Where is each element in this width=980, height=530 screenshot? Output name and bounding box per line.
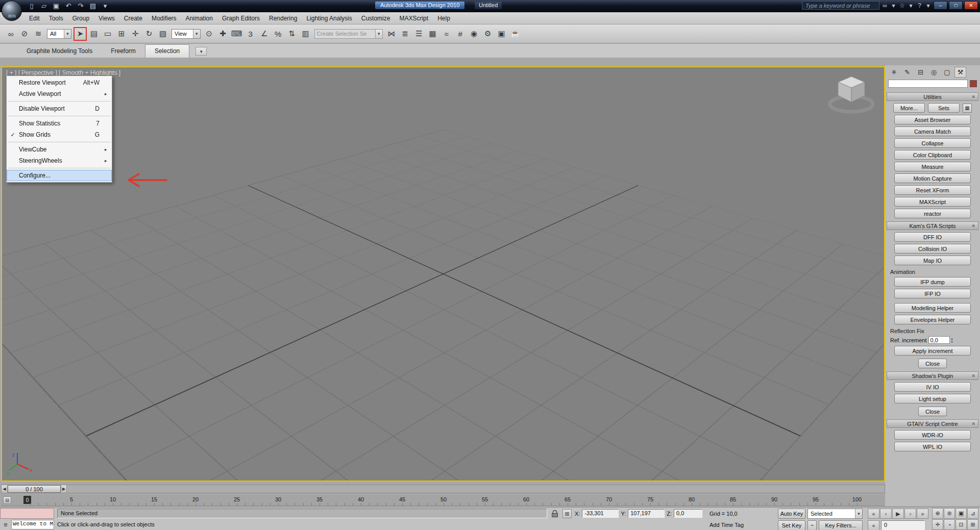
context-menu-item-configure[interactable]: Configure... (7, 170, 112, 181)
menu-item[interactable]: Rendering (264, 13, 302, 23)
context-menu-item-viewcube[interactable]: ViewCube▸ (7, 144, 112, 155)
macro-recorder-strip[interactable] (0, 508, 54, 519)
track-bar[interactable]: ⊟ 0 510152025303540455055606570758085909… (1, 495, 885, 506)
search-input[interactable] (802, 1, 879, 10)
set-key-button[interactable]: Set Key (778, 520, 805, 530)
redo-icon[interactable]: ↷ (76, 1, 86, 11)
go-to-end-button[interactable]: » (917, 509, 928, 519)
shadows-button[interactable]: IV IO (894, 382, 971, 392)
help-icon[interactable]: ? (916, 2, 923, 9)
context-menu-item-active-viewport[interactable]: Active Viewport▸ (7, 88, 112, 99)
material-editor-icon[interactable]: ◉ (468, 27, 481, 41)
context-menu-item-show-statistics[interactable]: Show Statistics7 (7, 118, 112, 129)
context-menu-item-show-grids[interactable]: ✓Show GridsG (7, 129, 112, 140)
keyboard-override-icon[interactable]: ⌨ (230, 27, 243, 41)
dropdown-arrow-icon[interactable]: ▾ (375, 30, 382, 38)
time-configuration-icon[interactable]: ⊟ (3, 496, 11, 504)
favorites-star-icon[interactable]: ☆ (898, 2, 906, 9)
gtaiv-button[interactable]: WPL IO (894, 442, 971, 451)
time-slider-button[interactable]: 0 / 100 (8, 485, 61, 493)
menu-item[interactable]: Animation (181, 13, 217, 23)
go-to-start-button[interactable]: « (868, 509, 879, 519)
use-pivot-center-icon[interactable]: ⊙ (203, 27, 216, 41)
menu-item[interactable]: Modifiers (147, 13, 181, 23)
absolute-mode-icon[interactable]: ⊞ (562, 509, 572, 518)
spinner-snap-icon[interactable]: ⇅ (285, 27, 299, 41)
utility-button[interactable]: Motion Capture (894, 173, 971, 183)
menu-item[interactable]: Edit (24, 13, 44, 23)
mirror-icon[interactable]: ⋈ (385, 27, 398, 41)
menu-item[interactable]: Graph Editors (217, 13, 264, 23)
open-file-icon[interactable]: ▱ (39, 1, 49, 11)
application-menu-button[interactable]: 3DS (2, 1, 22, 21)
zoom-extents-icon[interactable]: ▣ (955, 508, 967, 519)
rollout-header-gtaiv[interactable]: GTAIV Script Centre « (887, 419, 978, 428)
orbit-icon[interactable]: ◔ (944, 519, 955, 530)
angle-snap-icon[interactable]: ∠ (258, 27, 271, 41)
perspective-viewport[interactable]: [ + ] [ Perspective ] [ Smooth + Highlig… (1, 66, 885, 482)
quick-access-options-icon[interactable]: ▾ (100, 1, 110, 11)
motion-tab[interactable]: ◎ (928, 67, 940, 78)
select-scale-icon[interactable]: ▧ (156, 27, 169, 41)
rollout-header-shadows[interactable]: Shadow's Plugin « (887, 371, 978, 380)
rollout-header-kams[interactable]: Kam's GTA Scripts « (887, 221, 978, 230)
select-manipulate-icon[interactable]: ✚ (216, 27, 230, 41)
menu-item[interactable]: Tools (44, 13, 68, 23)
kams-close-button[interactable]: Close (918, 359, 947, 368)
project-folder-icon[interactable]: ▤ (88, 1, 98, 11)
kams-button[interactable]: IFP IO (894, 289, 971, 298)
new-scene-icon[interactable]: ▯ (27, 1, 37, 11)
pan-icon[interactable]: ✛ (932, 519, 943, 530)
ribbon-tab[interactable]: Selection (145, 44, 189, 58)
default-tangent-button[interactable]: ~ (807, 520, 817, 530)
select-rotate-icon[interactable]: ↻ (142, 27, 156, 41)
kams-button[interactable]: Collision IO (894, 244, 971, 254)
undo-icon[interactable]: ↶ (63, 1, 74, 11)
select-and-link-icon[interactable]: ∞ (4, 27, 17, 41)
context-menu-item-disable-viewport[interactable]: Disable ViewportD (7, 103, 112, 114)
layer-manager-icon[interactable]: ☰ (412, 27, 426, 41)
zoom-all-icon[interactable]: ⊛ (944, 508, 955, 519)
utilities-tab[interactable]: ⚒ (954, 67, 966, 78)
maximize-viewport-toggle-icon[interactable]: ⊞ (967, 519, 978, 530)
dropdown-arrow-icon[interactable]: ▾ (64, 30, 71, 38)
named-selection-combobox[interactable]: Create Selection Se▾ (314, 29, 383, 39)
play-button[interactable]: ▶ (892, 509, 904, 519)
help-options-icon[interactable]: ▾ (924, 2, 932, 9)
z-coordinate-input[interactable]: 0,0 (674, 509, 702, 518)
utility-button[interactable]: MAXScript (894, 197, 971, 207)
context-menu-item-restore-viewport[interactable]: Restore ViewportAlt+W (7, 77, 112, 88)
render-production-icon[interactable]: ☕ (509, 27, 522, 41)
key-mode-toggle-button[interactable]: « (868, 520, 879, 530)
modify-tab[interactable]: ✎ (901, 67, 913, 78)
utility-button[interactable]: reactor (894, 209, 971, 218)
gtaiv-button[interactable]: WDR-IO (894, 430, 971, 440)
selection-set-dropdown[interactable]: Selected ▾ (807, 509, 863, 519)
context-menu-item-steeringwheels[interactable]: SteeringWheels▸ (7, 155, 112, 166)
y-coordinate-input[interactable]: 107,197 (628, 509, 665, 518)
search-options-icon[interactable]: ▾ (890, 2, 897, 9)
selection-lock-icon[interactable] (551, 510, 559, 518)
spinner-down-icon[interactable]: ▾ (951, 340, 953, 343)
percent-snap-icon[interactable]: % (272, 27, 285, 41)
schematic-view-icon[interactable]: # (454, 27, 467, 41)
dropdown-arrow-icon[interactable]: ▾ (193, 30, 200, 38)
menu-item[interactable]: Help (433, 13, 455, 23)
previous-frame-arrow[interactable]: ◀ (2, 485, 8, 493)
save-file-icon[interactable]: ▣ (51, 1, 61, 11)
graphite-ribbon-toggle-icon[interactable]: ▦ (426, 27, 439, 41)
ribbon-tab[interactable]: Freeform (102, 45, 145, 58)
ref-increment-spinner[interactable]: ▴ ▾ (951, 337, 953, 343)
select-object-icon[interactable]: ➤ (74, 27, 87, 41)
sets-list-icon[interactable]: ▦ (963, 104, 972, 113)
zoom-region-icon[interactable]: ⊡ (955, 519, 967, 530)
create-tab[interactable]: ✳ (888, 67, 900, 78)
utility-button[interactable]: Measure (894, 162, 971, 171)
kams-button[interactable]: Envelopes Helper (894, 315, 971, 324)
kams-button[interactable]: Map IO (894, 256, 971, 265)
utility-button[interactable]: Asset Browser (894, 115, 971, 124)
more-button[interactable]: More... (893, 103, 925, 113)
menu-item[interactable]: Create (119, 13, 147, 23)
snaps-toggle-icon[interactable]: 3 (244, 27, 257, 41)
kams-button[interactable]: DFF IO (894, 232, 971, 242)
